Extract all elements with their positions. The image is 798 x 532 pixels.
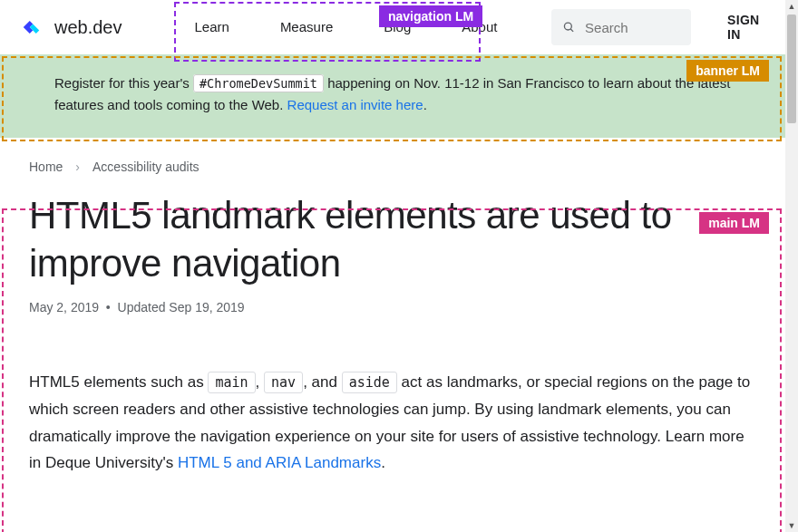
breadcrumb: Home › Accessibility audits [0, 138, 785, 183]
logo[interactable]: web.dev [22, 17, 122, 38]
svg-point-0 [565, 23, 572, 30]
main-content: HTML5 landmark elements are used to impr… [0, 183, 785, 513]
deque-landmarks-link[interactable]: HTML 5 and ARIA Landmarks [178, 454, 381, 471]
promo-banner: Register for this year's #ChromeDevSummi… [0, 54, 785, 138]
code-main: main [208, 372, 255, 393]
chevron-right-icon: › [75, 160, 80, 174]
nav-blog[interactable]: Blog [358, 0, 436, 54]
scroll-down-icon[interactable]: ▼ [785, 519, 798, 532]
page-title: HTML5 landmark elements are used to impr… [29, 192, 756, 287]
scrollbar[interactable]: ▲ ▼ [785, 0, 798, 532]
top-bar: web.dev Learn Measure Blog About SIGN IN [0, 0, 785, 54]
breadcrumb-current[interactable]: Accessibility audits [92, 160, 200, 174]
nav-about[interactable]: About [436, 0, 522, 54]
primary-nav: Learn Measure Blog About [170, 0, 523, 54]
nav-learn[interactable]: Learn [170, 0, 255, 54]
article-paragraph: HTML5 elements such as main, nav, and as… [29, 369, 756, 477]
nav-measure[interactable]: Measure [255, 0, 358, 54]
webdev-logo-icon [22, 17, 47, 37]
search-input[interactable] [585, 20, 680, 35]
code-aside: aside [342, 372, 397, 393]
logo-text: web.dev [54, 17, 122, 38]
svg-line-1 [571, 29, 574, 32]
code-nav: nav [264, 372, 303, 393]
banner-text: . [423, 97, 427, 112]
banner-invite-link[interactable]: Request an invite here [287, 97, 423, 112]
hashtag-chip: #ChromeDevSummit [193, 74, 324, 92]
scroll-thumb[interactable] [787, 15, 796, 123]
search-box[interactable] [551, 9, 691, 45]
article-dates: May 2, 2019 • Updated Sep 19, 2019 [29, 300, 756, 314]
banner-text: Register for this year's [54, 75, 193, 91]
search-icon [562, 19, 576, 35]
breadcrumb-home[interactable]: Home [29, 160, 63, 174]
scroll-up-icon[interactable]: ▲ [785, 0, 798, 13]
sign-in-button[interactable]: SIGN IN [727, 13, 764, 42]
